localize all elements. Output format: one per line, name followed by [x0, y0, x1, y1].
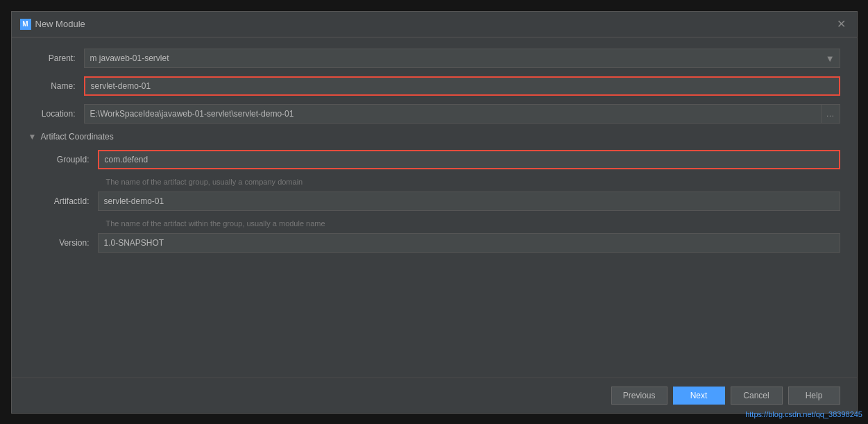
dialog-title: M New Module — [20, 19, 85, 30]
artifact-fields: GroupId: The name of the artifact group,… — [42, 150, 840, 253]
artifactid-input[interactable] — [98, 192, 840, 211]
artifactid-label: ArtifactId: — [42, 196, 98, 206]
dialog-title-text: New Module — [35, 19, 85, 29]
location-wrapper: … — [84, 104, 840, 124]
dialog-footer: Previous Next Cancel Help — [12, 378, 857, 413]
groupid-hint: The name of the artifact group, usually … — [106, 178, 840, 186]
location-row: Location: … — [28, 104, 840, 124]
groupid-label: GroupId: — [42, 155, 98, 164]
parent-select-wrapper: m javaweb-01-servlet ▼ — [84, 49, 840, 68]
dialog-content: Parent: m javaweb-01-servlet ▼ Name: Loc… — [12, 37, 857, 378]
section-toggle-icon[interactable]: ▼ — [28, 132, 37, 142]
parent-row: Parent: m javaweb-01-servlet ▼ — [28, 49, 840, 68]
groupid-row: GroupId: — [42, 150, 840, 169]
location-input[interactable] — [84, 104, 821, 124]
location-browse-button[interactable]: … — [821, 104, 840, 124]
parent-label: Parent: — [28, 53, 84, 63]
version-input[interactable] — [98, 233, 840, 253]
new-module-dialog: M New Module ✕ Parent: m javaweb-01-serv… — [11, 11, 858, 414]
artifactid-hint: The name of the artifact within the grou… — [106, 219, 840, 228]
name-label: Name: — [28, 81, 84, 91]
watermark: https://blog.csdn.net/qq_38398245 — [745, 410, 862, 418]
dialog-titlebar: M New Module ✕ — [12, 12, 857, 37]
parent-select[interactable]: m javaweb-01-servlet — [84, 49, 840, 68]
name-input[interactable] — [84, 76, 840, 96]
version-row: Version: — [42, 233, 840, 253]
help-button[interactable]: Help — [788, 387, 840, 405]
location-label: Location: — [28, 109, 84, 119]
artifact-section-label: Artifact Coordinates — [40, 132, 113, 142]
dialog-title-icon: M — [20, 19, 31, 30]
name-row: Name: — [28, 76, 840, 96]
artifactid-row: ArtifactId: — [42, 192, 840, 211]
previous-button[interactable]: Previous — [611, 387, 667, 405]
close-button[interactable]: ✕ — [834, 17, 849, 31]
artifact-section-header: ▼ Artifact Coordinates — [28, 132, 840, 142]
next-button[interactable]: Next — [673, 387, 725, 405]
version-label: Version: — [42, 238, 98, 248]
groupid-input[interactable] — [98, 150, 840, 169]
cancel-button[interactable]: Cancel — [731, 387, 783, 405]
